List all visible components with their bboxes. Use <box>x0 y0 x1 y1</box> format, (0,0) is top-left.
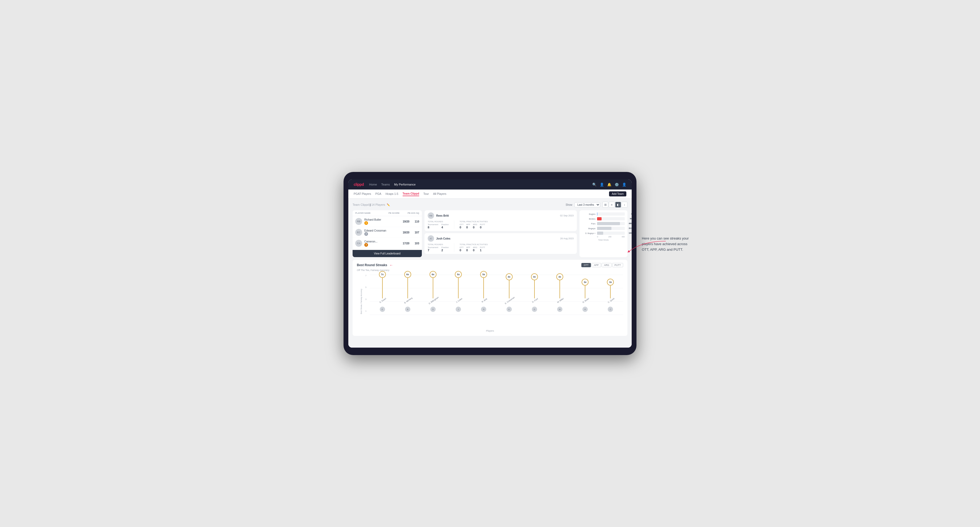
pc-header-2: JC Josh Coles 26 Aug 2023 <box>428 235 574 242</box>
table-view-toggle[interactable]: ↕ <box>622 202 627 208</box>
streaks-title: Best Round Streaks <box>357 263 387 267</box>
lollipop-line: 4x <box>534 277 535 298</box>
period-select[interactable]: Last 3 months <box>574 202 600 207</box>
arg-1: 0 <box>473 226 477 229</box>
grid-view-toggle[interactable]: ⊞ <box>602 202 608 208</box>
lollipop-bubble: 3x <box>582 279 589 286</box>
app-logo: clippd <box>354 182 364 187</box>
bar-chart-card: Eagles 3 Birdies 96 <box>579 210 627 257</box>
bell-icon[interactable]: 🔔 <box>607 183 611 187</box>
lollipop-player-name: C. Quick <box>608 297 615 304</box>
view-toggles: ⊞ ≡ ◧ ↕ <box>602 202 627 208</box>
lollipop-bubble: 3x <box>607 279 614 286</box>
lollipop-item: 4xM. MillerM <box>547 275 572 312</box>
lollipop-item: 3xC. QuickC <box>598 275 623 312</box>
tab-team-clippd[interactable]: Team Clippd <box>402 192 419 196</box>
nav-icons: 🔍 👤 🔔 ⚙️ 👤 <box>592 183 626 187</box>
total-rounds-label-1: Total Rounds <box>428 221 449 223</box>
tab-tour[interactable]: Tour <box>423 192 429 196</box>
player-name-3: Cameron... <box>364 240 377 243</box>
annotation-text: Here you can see streaks your players ha… <box>642 236 695 252</box>
lollipop-line: 5x <box>483 275 484 298</box>
lollipop-player-name: D. Billingham <box>428 296 439 305</box>
bar-track-eagles: 3 <box>597 213 625 216</box>
streaks-header: Best Round Streaks ← OTT APP ARG PUTT <box>357 263 623 267</box>
axis-400: 400 <box>622 236 625 238</box>
card-view-toggle[interactable]: ◧ <box>615 202 621 208</box>
lollipop-player-name: R. Butler <box>582 297 590 304</box>
bar-label-dbogeys: D. Bogeys + <box>582 232 595 234</box>
player-info-3: CA Cameron... 3 <box>355 240 397 247</box>
avatar-2: EC <box>355 229 362 236</box>
edit-icon[interactable]: ✏️ <box>387 203 390 206</box>
pb-avg-1: 110 <box>415 220 419 223</box>
app-1: 0 <box>466 226 470 229</box>
lollipop-item: 6xD. BillinghamD <box>420 275 445 312</box>
lollipop-item: 4xD. FordD <box>522 275 547 312</box>
main-content: Team Clippd | 14 Players ✏️ Show Last 3 … <box>348 198 632 348</box>
pb-score-2: 18/20 <box>402 231 409 234</box>
pb-avg-3: 103 <box>415 242 419 245</box>
bar-row-pars: Pars 499 <box>582 222 625 225</box>
lollipop-bubble: 5x <box>455 271 462 278</box>
tab-pgat-players[interactable]: PGAT Players <box>354 192 371 196</box>
lollipop-line: 6x <box>433 275 433 298</box>
players-axis-label: Players <box>486 330 494 332</box>
bar-label-birdies: Birdies <box>582 218 595 220</box>
tablet-device: clippd Home Teams My Performance 🔍 👤 🔔 ⚙… <box>344 172 636 355</box>
app-filter-btn[interactable]: APP <box>592 263 601 267</box>
pb-score-1: 19/20 <box>402 220 409 223</box>
profile-icon[interactable]: 👤 <box>600 183 604 187</box>
team-header: Team Clippd | 14 Players ✏️ Show Last 3 … <box>353 202 627 208</box>
lollipop-avatar: J <box>456 306 461 312</box>
nav-teams[interactable]: Teams <box>381 183 390 186</box>
total-shots-label: Total Shots <box>582 239 625 241</box>
lollipop-player-name: B. McHerg <box>404 297 413 304</box>
leaderboard-header: PLAYER NAME PB SCORE PB AVG SQ <box>353 210 422 216</box>
nav-home[interactable]: Home <box>369 183 377 186</box>
avatar-icon[interactable]: 👤 <box>622 183 626 187</box>
tab-all-players[interactable]: All Players <box>433 192 446 196</box>
putt-filter-btn[interactable]: PUTT <box>612 263 624 267</box>
bar-track-birdies: 96 <box>597 217 625 221</box>
pb-score-3: 17/20 <box>402 242 409 245</box>
search-icon[interactable]: 🔍 <box>592 183 597 187</box>
total-practice-label-2: Total Practice Activities <box>460 243 488 246</box>
tab-pga[interactable]: PGA <box>375 192 381 196</box>
player-name-2: Edward Crossman <box>364 229 386 232</box>
player-card-josh-coles: JC Josh Coles 26 Aug 2023 Total Rounds T… <box>425 233 577 254</box>
avatar-1: RB <box>355 218 362 225</box>
josh-date: 26 Aug 2023 <box>560 237 574 240</box>
show-label: Show <box>566 203 572 206</box>
nav-my-performance[interactable]: My Performance <box>394 183 416 186</box>
bar-row-dbogeys: D. Bogeys + 131 <box>582 232 625 235</box>
view-full-leaderboard-button[interactable]: View Full Leaderboard <box>353 250 422 257</box>
add-team-button[interactable]: Add Team <box>609 191 626 197</box>
lollipop-line: 5x <box>458 275 458 298</box>
table-row: EC Edward Crossman 2 18/20 107 <box>353 227 422 238</box>
lollipop-avatar: R <box>582 306 588 312</box>
arg-filter-btn[interactable]: ARG <box>601 263 612 267</box>
chart-area: 7xE. EwartE6xB. McHergB6xD. BillinghamD5… <box>370 275 623 328</box>
lollipop-bubble: 6x <box>404 271 411 278</box>
lollipop-avatar: E <box>380 306 385 312</box>
total-rounds-label-2: Total Rounds <box>428 243 449 246</box>
settings-icon[interactable]: ⚙️ <box>615 183 619 187</box>
lollipop-player-name: E. Crossman <box>504 296 515 305</box>
list-view-toggle[interactable]: ≡ <box>609 202 615 208</box>
lollipop-line: 3x <box>610 283 611 298</box>
axis-200: 200 <box>608 236 611 238</box>
lollipop-avatar: M <box>557 306 562 312</box>
lollipop-bubble: 7x <box>379 271 386 278</box>
tab-hcaps[interactable]: Hcaps 1-5 <box>386 192 398 196</box>
lollipop-line: 4x <box>560 277 560 298</box>
sub-nav: PGAT Players PGA Hcaps 1-5 Team Clippd T… <box>348 189 632 198</box>
player-card-rees-britt: RB Rees Britt 02 Sep 2023 Total Rounds T… <box>425 210 577 231</box>
player-info-2: EC Edward Crossman 2 <box>355 229 397 236</box>
lollipop-bubble: 4x <box>506 273 513 280</box>
bar-axis: 0 200 400 <box>582 236 625 238</box>
ott-1: 0 <box>460 226 464 229</box>
lollipop-line: 3x <box>585 283 585 298</box>
pb-avg-col-header: PB AVG SQ <box>407 212 419 214</box>
ott-filter-btn[interactable]: OTT <box>581 263 591 267</box>
